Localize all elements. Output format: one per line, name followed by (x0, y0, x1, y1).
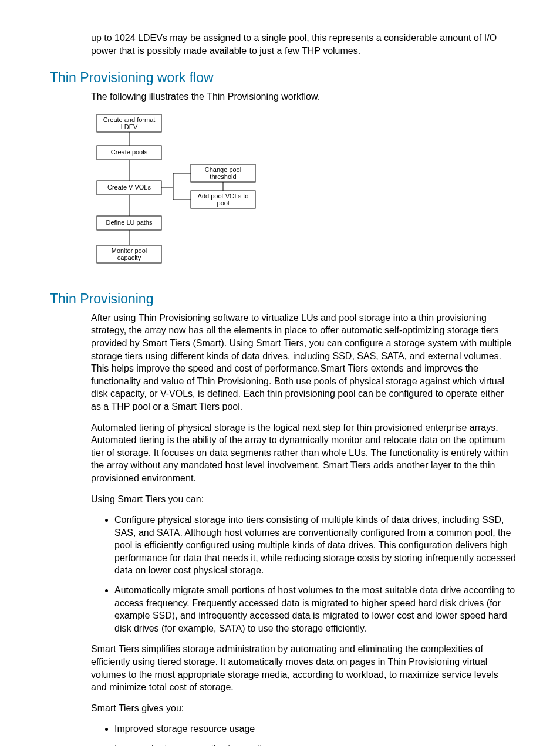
workflow-lead: The following illustrates the Thin Provi… (91, 90, 516, 103)
tp-paragraph-4: Smart Tiers simplifies storage administr… (91, 643, 516, 693)
document-page: up to 1024 LDEVs may be assigned to a si… (0, 0, 560, 746)
svg-text:Create and format: Create and format (103, 116, 156, 123)
list-item: Improved return on costly storage tiers (114, 742, 516, 746)
tp-paragraph-5: Smart Tiers gives you: (91, 702, 516, 715)
intro-paragraph: up to 1024 LDEVs may be assigned to a si… (91, 32, 516, 57)
svg-text:Add pool-VOLs to: Add pool-VOLs to (198, 193, 249, 200)
list-item: Configure physical storage into tiers co… (114, 514, 516, 577)
svg-text:Create V-VOLs: Create V-VOLs (107, 184, 151, 191)
heading-thin-provisioning: Thin Provisioning (50, 291, 516, 307)
tp-paragraph-2: Automated tiering of physical storage is… (91, 421, 516, 485)
svg-text:pool: pool (217, 200, 230, 207)
heading-workflow: Thin Provisioning work flow (50, 70, 516, 86)
flowchart-svg: Create and format LDEV Create pools Crea… (91, 112, 267, 276)
tp-paragraph-1: After using Thin Provisioning software t… (91, 312, 516, 413)
svg-text:LDEV: LDEV (121, 123, 138, 130)
tp-bullet-list-2: Improved storage resource usage Improved… (91, 723, 516, 746)
svg-text:Create pools: Create pools (111, 148, 148, 156)
svg-text:Monitor pool: Monitor pool (112, 247, 147, 254)
svg-text:Change pool: Change pool (205, 166, 241, 173)
list-item: Improved storage resource usage (114, 723, 516, 735)
list-item: Automatically migrate small portions of … (114, 584, 516, 634)
tp-bullet-list-1: Configure physical storage into tiers co… (91, 514, 516, 634)
svg-text:capacity: capacity (117, 254, 141, 261)
svg-text:threshold: threshold (210, 173, 236, 180)
svg-text:Define LU paths: Define LU paths (106, 219, 153, 226)
tp-paragraph-3: Using Smart Tiers you can: (91, 493, 516, 506)
workflow-flowchart: Create and format LDEV Create pools Crea… (91, 112, 516, 276)
